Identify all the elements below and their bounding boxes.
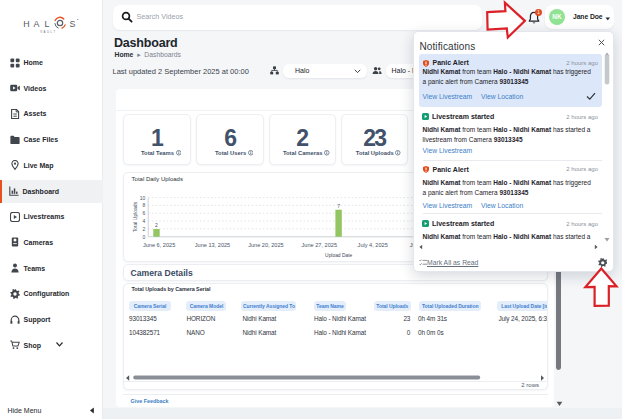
- svg-text:June 27, 2025: June 27, 2025: [302, 241, 337, 247]
- svg-text:June 20, 2025: June 20, 2025: [248, 241, 283, 247]
- svg-text:H: H: [23, 19, 29, 29]
- svg-text:4: 4: [143, 218, 146, 224]
- svg-text:10: 10: [140, 194, 146, 200]
- svg-text:Total Uploads: Total Uploads: [132, 201, 138, 232]
- svg-text:7: 7: [338, 203, 341, 209]
- svg-text:0: 0: [143, 233, 146, 239]
- svg-text:8: 8: [143, 202, 146, 208]
- svg-text:VAULT: VAULT: [40, 30, 56, 34]
- svg-text:Upload Date: Upload Date: [325, 253, 352, 258]
- svg-text:2: 2: [155, 222, 158, 228]
- svg-text:A: A: [33, 19, 39, 29]
- svg-text:June 6, 2025: June 6, 2025: [143, 241, 175, 247]
- svg-text:June 13, 2025: June 13, 2025: [195, 241, 230, 247]
- svg-text:2: 2: [143, 226, 146, 232]
- svg-text:July 4, 2025: July 4, 2025: [358, 241, 388, 247]
- svg-text:S: S: [70, 19, 76, 29]
- svg-text:6: 6: [143, 210, 146, 216]
- svg-text:L: L: [44, 19, 49, 29]
